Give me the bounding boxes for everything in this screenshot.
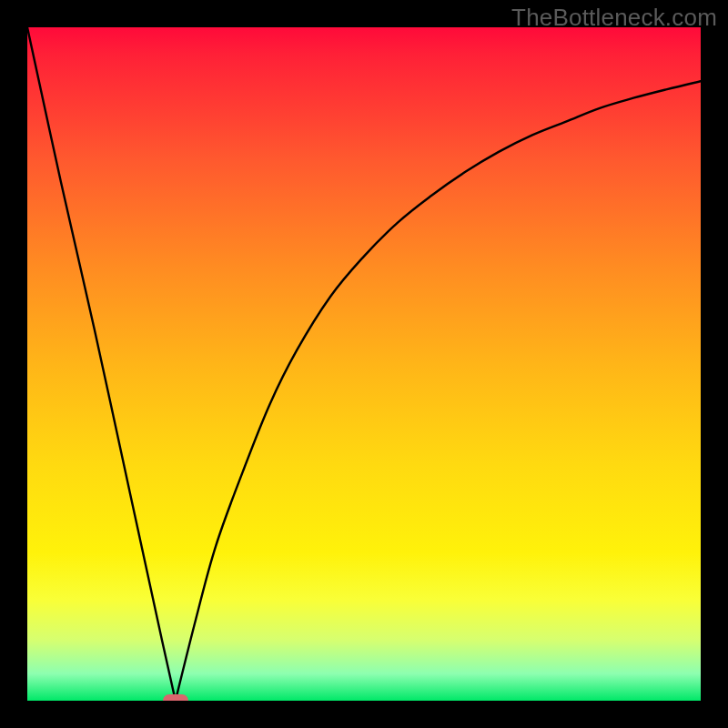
min-marker	[163, 694, 188, 701]
bottleneck-curve	[27, 27, 701, 701]
chart-frame: TheBottleneck.com	[0, 0, 728, 728]
curve-svg	[27, 27, 701, 701]
plot-area	[27, 27, 701, 701]
